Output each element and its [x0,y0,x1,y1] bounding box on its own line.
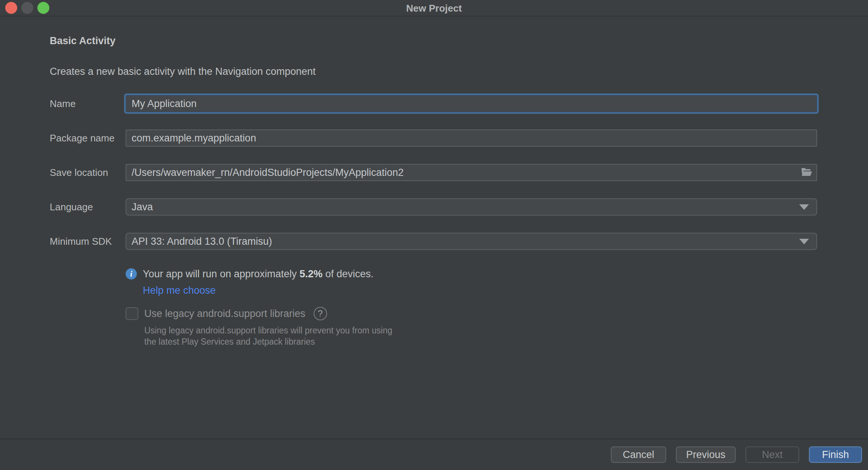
device-percent: 5.2% [299,268,323,280]
min-sdk-row: Minimum SDK API 33: Android 13.0 (Tirami… [50,233,817,250]
wizard-footer: Cancel Previous Next Finish [0,439,868,470]
name-row: Name [50,95,817,112]
legacy-support-checkbox[interactable] [126,307,138,320]
min-sdk-dropdown[interactable]: API 33: Android 13.0 (Tiramisu) [126,233,817,250]
minimize-window-button[interactable] [21,2,33,14]
language-label: Language [50,201,126,213]
page-subtitle: Creates a new basic activity with the Na… [50,65,817,78]
language-row: Language Java [50,198,817,216]
window-title: New Project [0,0,868,16]
sdk-info-row: i Your app will run on approximately 5.2… [126,267,817,281]
package-name-row: Package name [50,129,817,147]
window-controls [5,2,49,14]
next-button[interactable]: Next [745,446,799,463]
project-form: Name Package name Save location [50,95,817,347]
wizard-content: Basic Activity Creates a new basic activ… [0,16,868,347]
name-input[interactable] [126,95,817,112]
new-project-dialog: New Project Basic Activity Creates a new… [0,0,868,470]
previous-button[interactable]: Previous [676,446,736,463]
legacy-support-label: Use legacy android.support libraries [144,308,305,320]
titlebar: New Project [0,0,868,16]
legacy-support-row: Use legacy android.support libraries ? [126,307,817,320]
legacy-support-helptext: Using legacy android.support libraries w… [126,325,817,347]
chevron-down-icon [799,204,809,210]
min-sdk-label: Minimum SDK [50,236,126,247]
name-label: Name [50,98,126,110]
zoom-window-button[interactable] [37,2,49,14]
help-me-choose-link[interactable]: Help me choose [143,285,216,296]
page-title: Basic Activity [50,34,817,47]
browse-folder-button[interactable] [800,167,813,178]
cancel-button[interactable]: Cancel [611,446,666,463]
language-dropdown[interactable]: Java [126,198,817,216]
save-location-input[interactable] [126,164,817,181]
save-location-row: Save location [50,164,817,181]
package-name-input[interactable] [126,129,817,147]
language-value: Java [132,201,153,213]
help-icon[interactable]: ? [314,307,327,320]
close-window-button[interactable] [5,2,17,14]
folder-open-icon [801,167,813,178]
sdk-info-text: Your app will run on approximately 5.2% … [143,267,373,281]
package-name-label: Package name [50,132,126,144]
save-location-label: Save location [50,167,126,178]
min-sdk-value: API 33: Android 13.0 (Tiramisu) [132,236,272,247]
info-icon: i [126,268,137,280]
chevron-down-icon [799,239,809,244]
finish-button[interactable]: Finish [809,446,862,463]
